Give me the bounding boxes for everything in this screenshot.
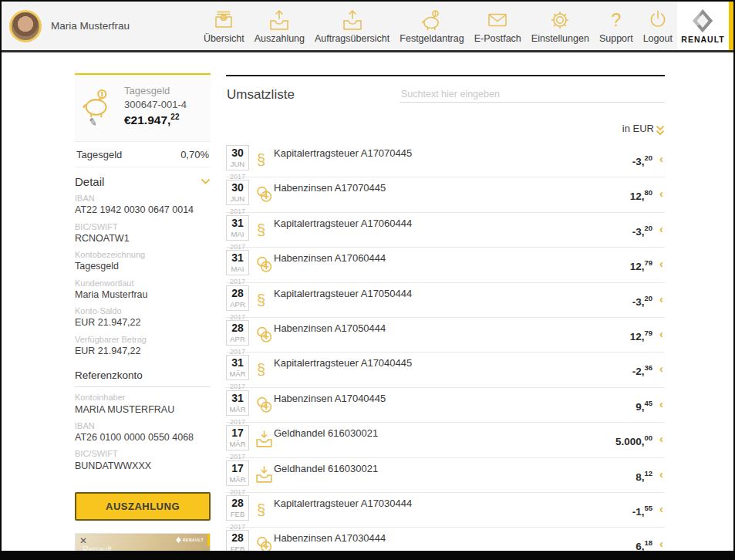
field-label: BIC/SWIFT xyxy=(75,221,211,232)
transaction-amount: 12,79 xyxy=(630,329,652,342)
date-badge: 31 MÄR xyxy=(226,355,249,380)
renault-diamond-icon xyxy=(691,8,714,33)
chevron-left-icon[interactable]: ‹ xyxy=(659,397,663,410)
paragraph-icon: § xyxy=(257,500,265,520)
coins-icon xyxy=(255,184,275,207)
transaction-row[interactable]: 28 APR 2017 § Kapitalertragsteuer A17050… xyxy=(226,283,665,318)
koleos-ad-banner[interactable]: ✕ Renault KOLEOS Crossover by Renault JE… xyxy=(75,533,211,551)
date-month: APR xyxy=(227,300,248,309)
interest-rate-row: Tagesgeld 0,70% xyxy=(75,142,211,167)
field: Kontoinhaber MARIA MUSTERFRAU xyxy=(75,392,211,416)
date-day: 31 xyxy=(227,217,248,230)
nav-item-auftragsuebersicht[interactable]: Auftragsübersicht xyxy=(315,8,389,44)
date-month: FEB xyxy=(227,545,248,551)
power-icon xyxy=(646,8,669,32)
rate-value: 0,70% xyxy=(180,149,209,160)
nav-item-uebersicht[interactable]: Übersicht xyxy=(204,8,244,44)
transaction-row[interactable]: 31 MÄR 2017 § Kapitalertragsteuer A17040… xyxy=(226,353,665,387)
date-badge: 28 APR xyxy=(226,320,249,346)
tray-arrow-down-icon xyxy=(255,430,274,452)
transaction-title: Habenzinsen A17070445 xyxy=(274,182,386,194)
transaction-row[interactable]: 17 MÄR 2017 § Geldhandel 616030021 8,12 … xyxy=(226,458,665,493)
account-card[interactable]: ✎ Tagesgeld 300647-001-4 €21.947,22 xyxy=(75,73,211,142)
rate-label: Tagesgeld xyxy=(76,149,122,160)
nav-item-auszahlung[interactable]: Auszahlung xyxy=(255,8,305,44)
piggy-bank-icon xyxy=(420,8,443,32)
nav-item-epostfach[interactable]: E-Postfach xyxy=(474,8,521,44)
ad-renault-brand: RENAULT xyxy=(176,537,204,543)
chevron-left-icon[interactable]: ‹ xyxy=(659,502,663,515)
field-value: EUR 21.947,22 xyxy=(75,316,211,329)
field: Verfügbarer Betrag EUR 21.947,22 xyxy=(75,334,211,358)
transactions-panel: Umsatzliste in EUR 30 JUN 2017 § Kapital… xyxy=(226,75,665,551)
account-sidebar: ✎ Tagesgeld 300647-001-4 €21.947,22 Tage… xyxy=(75,73,211,551)
transaction-row[interactable]: 30 JUN 2017 § Habenzinsen A17070445 12,8… xyxy=(226,177,665,212)
chevron-left-icon[interactable]: ‹ xyxy=(659,187,663,200)
tray-arrow-up-icon xyxy=(341,8,364,32)
chevron-left-icon[interactable]: ‹ xyxy=(659,327,663,340)
date-badge: 28 FEB xyxy=(226,495,249,521)
search-input[interactable] xyxy=(400,86,665,103)
transaction-row[interactable]: 28 APR 2017 § Habenzinsen A17050444 12,7… xyxy=(226,318,665,353)
field: IBAN AT26 0100 0000 0550 4068 xyxy=(75,420,211,444)
nav-item-logout[interactable]: Logout xyxy=(643,8,673,44)
chevron-left-icon[interactable]: ‹ xyxy=(659,537,663,550)
chevron-left-icon[interactable]: ‹ xyxy=(659,257,663,270)
transaction-row[interactable]: 31 MÄR 2017 § Habenzinsen A17040445 9,45… xyxy=(226,388,665,423)
chevron-left-icon[interactable]: ‹ xyxy=(659,152,663,165)
date-badge: 30 JUN xyxy=(226,180,249,205)
renault-diamond-icon xyxy=(176,537,181,543)
chevron-left-icon[interactable]: ‹ xyxy=(659,467,663,481)
transaction-amount: 12,79 xyxy=(630,258,652,272)
detail-section: Detail IBAN AT22 1942 0030 0647 0014 BIC… xyxy=(75,167,211,357)
account-number: 300647-001-4 xyxy=(124,98,204,112)
field: BIC/SWIFT RCNOATW1 xyxy=(75,221,211,245)
transaction-row[interactable]: 31 MAI 2017 § Habenzinsen A17060444 12,7… xyxy=(226,248,665,282)
transactions-header: Umsatzliste xyxy=(226,76,665,123)
paragraph-icon: § xyxy=(257,359,265,380)
nav-item-festgeldantrag[interactable]: Festgeldantrag xyxy=(400,8,464,44)
gear-icon xyxy=(548,8,571,32)
transaction-amount: 6,18 xyxy=(636,538,652,551)
chevron-left-icon[interactable]: ‹ xyxy=(659,432,663,445)
transaction-title: Geldhandel 616030021 xyxy=(274,427,378,439)
chevron-left-icon[interactable]: ‹ xyxy=(659,292,663,305)
transaction-title: Habenzinsen A17060444 xyxy=(274,252,386,264)
envelope-icon xyxy=(486,8,509,32)
header-accent-bar xyxy=(729,2,733,50)
nav-item-support[interactable]: ? Support xyxy=(599,8,633,44)
transaction-amount: 12,80 xyxy=(630,188,652,202)
field-label: BIC/SWIFT xyxy=(75,448,211,459)
payout-button[interactable]: AUSZAHLUNG xyxy=(75,492,211,521)
transaction-title: Kapitalertragsteuer A17060444 xyxy=(274,218,412,229)
field-value: AT22 1942 0030 0647 0014 xyxy=(75,204,211,216)
nav-item-einstellungen[interactable]: Einstellungen xyxy=(531,8,589,44)
date-badge: 28 APR xyxy=(226,285,249,311)
date-month: MÄR xyxy=(227,440,248,448)
date-month: MÄR xyxy=(227,475,248,484)
transaction-amount: -3,20 xyxy=(632,153,652,167)
date-month: MAI xyxy=(227,265,248,273)
date-month: JUN xyxy=(227,194,248,203)
close-icon[interactable]: ✕ xyxy=(79,535,87,546)
date-day: 31 xyxy=(227,392,248,405)
transaction-row[interactable]: 28 FEB 2017 § Habenzinsen A17030444 6,18… xyxy=(226,528,665,551)
paragraph-icon: § xyxy=(257,150,265,170)
detail-header[interactable]: Detail xyxy=(75,175,211,188)
chevron-left-icon[interactable]: ‹ xyxy=(659,222,663,235)
renault-logo[interactable]: RENAULT xyxy=(677,2,729,50)
field: Kundenwortlaut Maria Musterfrau xyxy=(75,278,211,302)
transaction-row[interactable]: 31 MAI 2017 § Kapitalertragsteuer A17060… xyxy=(226,213,665,248)
transaction-title: Kapitalertragsteuer A17030444 xyxy=(274,498,412,509)
double-chevron-down-icon[interactable] xyxy=(656,125,665,136)
transaction-row[interactable]: 30 JUN 2017 § Kapitalertragsteuer A17070… xyxy=(226,143,665,177)
edit-pencil-icon[interactable]: ✎ xyxy=(88,116,99,129)
field-value: Maria Musterfrau xyxy=(75,288,211,301)
transaction-row[interactable]: 17 MÄR 2017 § Geldhandel 616030021 5.000… xyxy=(226,423,665,457)
chevron-left-icon[interactable]: ‹ xyxy=(659,362,663,375)
date-month: JUN xyxy=(227,160,248,168)
field-value: EUR 21.947,22 xyxy=(75,345,211,357)
transaction-row[interactable]: 28 FEB 2017 § Kapitalertragsteuer A17030… xyxy=(226,493,665,528)
date-badge: 31 MÄR xyxy=(226,390,249,416)
transaction-title: Habenzinsen A17030444 xyxy=(274,532,386,544)
